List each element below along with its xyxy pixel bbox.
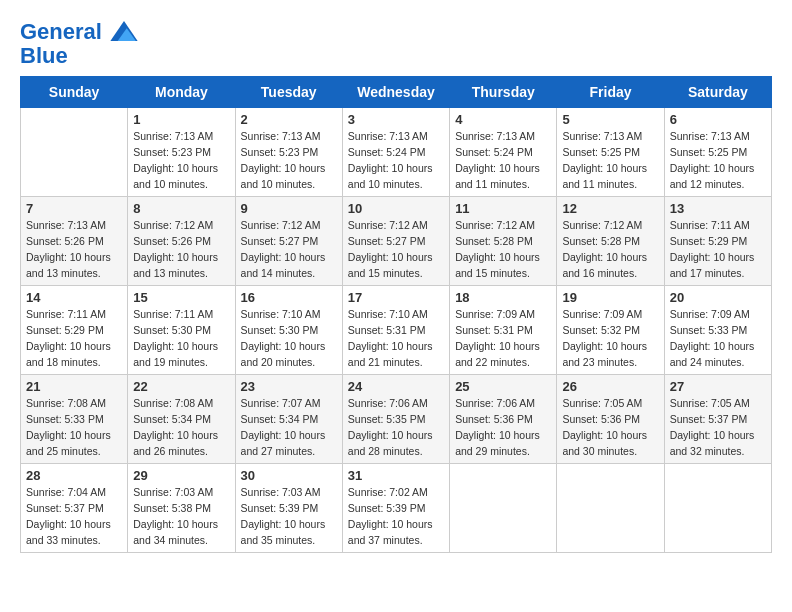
- calendar-cell: 21Sunrise: 7:08 AMSunset: 5:33 PMDayligh…: [21, 375, 128, 464]
- day-number: 13: [670, 201, 766, 216]
- day-number: 27: [670, 379, 766, 394]
- day-header-monday: Monday: [128, 77, 235, 108]
- calendar-cell: 30Sunrise: 7:03 AMSunset: 5:39 PMDayligh…: [235, 464, 342, 553]
- day-info: Sunrise: 7:12 AMSunset: 5:27 PMDaylight:…: [348, 218, 444, 281]
- calendar-cell: 9Sunrise: 7:12 AMSunset: 5:27 PMDaylight…: [235, 197, 342, 286]
- calendar-cell: 6Sunrise: 7:13 AMSunset: 5:25 PMDaylight…: [664, 108, 771, 197]
- calendar-cell: [450, 464, 557, 553]
- day-number: 26: [562, 379, 658, 394]
- day-number: 9: [241, 201, 337, 216]
- day-number: 18: [455, 290, 551, 305]
- calendar-cell: 17Sunrise: 7:10 AMSunset: 5:31 PMDayligh…: [342, 286, 449, 375]
- day-number: 29: [133, 468, 229, 483]
- day-info: Sunrise: 7:13 AMSunset: 5:26 PMDaylight:…: [26, 218, 122, 281]
- calendar-cell: 11Sunrise: 7:12 AMSunset: 5:28 PMDayligh…: [450, 197, 557, 286]
- day-info: Sunrise: 7:04 AMSunset: 5:37 PMDaylight:…: [26, 485, 122, 548]
- day-info: Sunrise: 7:09 AMSunset: 5:32 PMDaylight:…: [562, 307, 658, 370]
- day-info: Sunrise: 7:13 AMSunset: 5:23 PMDaylight:…: [241, 129, 337, 192]
- day-info: Sunrise: 7:11 AMSunset: 5:30 PMDaylight:…: [133, 307, 229, 370]
- calendar-cell: 20Sunrise: 7:09 AMSunset: 5:33 PMDayligh…: [664, 286, 771, 375]
- day-header-wednesday: Wednesday: [342, 77, 449, 108]
- day-info: Sunrise: 7:12 AMSunset: 5:28 PMDaylight:…: [455, 218, 551, 281]
- day-info: Sunrise: 7:09 AMSunset: 5:33 PMDaylight:…: [670, 307, 766, 370]
- day-info: Sunrise: 7:13 AMSunset: 5:25 PMDaylight:…: [670, 129, 766, 192]
- calendar-cell: 10Sunrise: 7:12 AMSunset: 5:27 PMDayligh…: [342, 197, 449, 286]
- day-info: Sunrise: 7:11 AMSunset: 5:29 PMDaylight:…: [26, 307, 122, 370]
- day-info: Sunrise: 7:12 AMSunset: 5:26 PMDaylight:…: [133, 218, 229, 281]
- day-number: 24: [348, 379, 444, 394]
- day-number: 12: [562, 201, 658, 216]
- day-number: 3: [348, 112, 444, 127]
- day-number: 6: [670, 112, 766, 127]
- day-info: Sunrise: 7:13 AMSunset: 5:25 PMDaylight:…: [562, 129, 658, 192]
- calendar-cell: 26Sunrise: 7:05 AMSunset: 5:36 PMDayligh…: [557, 375, 664, 464]
- calendar-cell: 13Sunrise: 7:11 AMSunset: 5:29 PMDayligh…: [664, 197, 771, 286]
- day-number: 10: [348, 201, 444, 216]
- calendar-cell: 27Sunrise: 7:05 AMSunset: 5:37 PMDayligh…: [664, 375, 771, 464]
- day-info: Sunrise: 7:12 AMSunset: 5:27 PMDaylight:…: [241, 218, 337, 281]
- calendar-cell: 14Sunrise: 7:11 AMSunset: 5:29 PMDayligh…: [21, 286, 128, 375]
- calendar-cell: 18Sunrise: 7:09 AMSunset: 5:31 PMDayligh…: [450, 286, 557, 375]
- day-info: Sunrise: 7:08 AMSunset: 5:34 PMDaylight:…: [133, 396, 229, 459]
- calendar-cell: 24Sunrise: 7:06 AMSunset: 5:35 PMDayligh…: [342, 375, 449, 464]
- day-info: Sunrise: 7:13 AMSunset: 5:23 PMDaylight:…: [133, 129, 229, 192]
- calendar-cell: 29Sunrise: 7:03 AMSunset: 5:38 PMDayligh…: [128, 464, 235, 553]
- day-info: Sunrise: 7:13 AMSunset: 5:24 PMDaylight:…: [348, 129, 444, 192]
- day-number: 19: [562, 290, 658, 305]
- day-info: Sunrise: 7:10 AMSunset: 5:30 PMDaylight:…: [241, 307, 337, 370]
- day-number: 16: [241, 290, 337, 305]
- day-number: 15: [133, 290, 229, 305]
- calendar-cell: 7Sunrise: 7:13 AMSunset: 5:26 PMDaylight…: [21, 197, 128, 286]
- day-number: 8: [133, 201, 229, 216]
- calendar-cell: 22Sunrise: 7:08 AMSunset: 5:34 PMDayligh…: [128, 375, 235, 464]
- calendar-cell: 15Sunrise: 7:11 AMSunset: 5:30 PMDayligh…: [128, 286, 235, 375]
- day-number: 14: [26, 290, 122, 305]
- calendar-cell: [557, 464, 664, 553]
- calendar-cell: 19Sunrise: 7:09 AMSunset: 5:32 PMDayligh…: [557, 286, 664, 375]
- day-info: Sunrise: 7:13 AMSunset: 5:24 PMDaylight:…: [455, 129, 551, 192]
- day-info: Sunrise: 7:10 AMSunset: 5:31 PMDaylight:…: [348, 307, 444, 370]
- day-info: Sunrise: 7:02 AMSunset: 5:39 PMDaylight:…: [348, 485, 444, 548]
- day-header-thursday: Thursday: [450, 77, 557, 108]
- calendar-cell: 3Sunrise: 7:13 AMSunset: 5:24 PMDaylight…: [342, 108, 449, 197]
- day-number: 2: [241, 112, 337, 127]
- day-number: 31: [348, 468, 444, 483]
- day-number: 22: [133, 379, 229, 394]
- calendar-cell: [21, 108, 128, 197]
- logo-text: General: [20, 20, 138, 44]
- calendar-cell: 8Sunrise: 7:12 AMSunset: 5:26 PMDaylight…: [128, 197, 235, 286]
- day-info: Sunrise: 7:06 AMSunset: 5:35 PMDaylight:…: [348, 396, 444, 459]
- day-number: 30: [241, 468, 337, 483]
- day-number: 20: [670, 290, 766, 305]
- calendar-cell: 2Sunrise: 7:13 AMSunset: 5:23 PMDaylight…: [235, 108, 342, 197]
- calendar-cell: 25Sunrise: 7:06 AMSunset: 5:36 PMDayligh…: [450, 375, 557, 464]
- day-info: Sunrise: 7:08 AMSunset: 5:33 PMDaylight:…: [26, 396, 122, 459]
- calendar-cell: 31Sunrise: 7:02 AMSunset: 5:39 PMDayligh…: [342, 464, 449, 553]
- day-info: Sunrise: 7:05 AMSunset: 5:36 PMDaylight:…: [562, 396, 658, 459]
- day-number: 1: [133, 112, 229, 127]
- logo-subtext: Blue: [20, 44, 138, 68]
- calendar-cell: 5Sunrise: 7:13 AMSunset: 5:25 PMDaylight…: [557, 108, 664, 197]
- calendar-cell: 1Sunrise: 7:13 AMSunset: 5:23 PMDaylight…: [128, 108, 235, 197]
- day-info: Sunrise: 7:12 AMSunset: 5:28 PMDaylight:…: [562, 218, 658, 281]
- calendar-cell: 16Sunrise: 7:10 AMSunset: 5:30 PMDayligh…: [235, 286, 342, 375]
- day-number: 5: [562, 112, 658, 127]
- calendar-table: SundayMondayTuesdayWednesdayThursdayFrid…: [20, 76, 772, 553]
- calendar-cell: 23Sunrise: 7:07 AMSunset: 5:34 PMDayligh…: [235, 375, 342, 464]
- day-info: Sunrise: 7:07 AMSunset: 5:34 PMDaylight:…: [241, 396, 337, 459]
- day-header-friday: Friday: [557, 77, 664, 108]
- day-info: Sunrise: 7:05 AMSunset: 5:37 PMDaylight:…: [670, 396, 766, 459]
- day-number: 7: [26, 201, 122, 216]
- day-number: 17: [348, 290, 444, 305]
- day-header-sunday: Sunday: [21, 77, 128, 108]
- calendar-cell: [664, 464, 771, 553]
- calendar-cell: 12Sunrise: 7:12 AMSunset: 5:28 PMDayligh…: [557, 197, 664, 286]
- day-number: 28: [26, 468, 122, 483]
- day-info: Sunrise: 7:03 AMSunset: 5:39 PMDaylight:…: [241, 485, 337, 548]
- day-number: 25: [455, 379, 551, 394]
- day-number: 23: [241, 379, 337, 394]
- day-info: Sunrise: 7:03 AMSunset: 5:38 PMDaylight:…: [133, 485, 229, 548]
- day-number: 11: [455, 201, 551, 216]
- day-header-tuesday: Tuesday: [235, 77, 342, 108]
- calendar-cell: 28Sunrise: 7:04 AMSunset: 5:37 PMDayligh…: [21, 464, 128, 553]
